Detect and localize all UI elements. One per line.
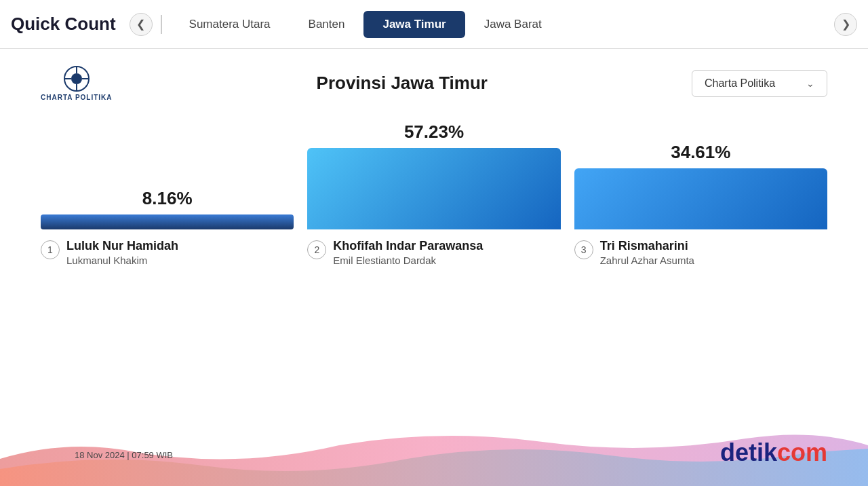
brand-com: com xyxy=(777,438,827,466)
candidate-col-1: 8.16% 1 Luluk Nur Hamidah Lukmanul Khaki… xyxy=(41,188,294,266)
main-content: CHARTA POLITIKA Provinsi Jawa Timur Char… xyxy=(0,49,868,266)
candidate-1-main-name: Luluk Nur Hamidah xyxy=(66,239,178,253)
candidate-3-main-name: Tri Rismaharini xyxy=(600,239,694,253)
tab-jawa-timur[interactable]: Jawa Timur xyxy=(363,11,465,38)
candidate-3-number: 3 xyxy=(574,240,593,259)
chevron-down-icon: ⌄ xyxy=(806,78,814,89)
candidate-2-main-name: Khofifah Indar Parawansa xyxy=(333,239,483,253)
app-title: Quick Count xyxy=(11,14,116,35)
nav-next-button[interactable]: ❯ xyxy=(834,13,857,36)
candidate-2-sub-name: Emil Elestianto Dardak xyxy=(333,255,483,266)
tab-jawa-barat[interactable]: Jawa Barat xyxy=(465,11,561,38)
candidate-col-2: 57.23% 2 Khofifah Indar Parawansa Emil E… xyxy=(307,122,560,266)
candidate-2-number: 2 xyxy=(307,240,326,259)
detikcom-brand: detikcom xyxy=(720,438,827,467)
candidate-1-names: Luluk Nur Hamidah Lukmanul Khakim xyxy=(66,239,178,266)
nav-prev-button[interactable]: ❮ xyxy=(130,13,153,36)
candidate-3-names: Tri Rismaharini Zahrul Azhar Asumta xyxy=(600,239,694,266)
source-label: Charta Politika xyxy=(705,77,775,90)
charta-politika-logo: CHARTA POLITIKA xyxy=(41,65,113,101)
candidate-3-sub-name: Zahrul Azhar Asumta xyxy=(600,255,694,266)
candidate-1-pct: 8.16% xyxy=(142,188,193,209)
header: Quick Count ❮ Sumatera Utara Banten Jawa… xyxy=(0,0,868,49)
tab-banten[interactable]: Banten xyxy=(290,11,364,38)
title-row: CHARTA POLITIKA Provinsi Jawa Timur Char… xyxy=(41,65,827,101)
svg-point-1 xyxy=(71,73,82,84)
candidate-3-info: 3 Tri Rismaharini Zahrul Azhar Asumta xyxy=(574,239,827,266)
candidate-col-3: 34.61% 3 Tri Rismaharini Zahrul Azhar As… xyxy=(574,142,827,266)
chevron-right-icon: ❯ xyxy=(842,18,850,31)
candidate-1-sub-name: Lukmanul Khakim xyxy=(66,255,178,266)
nav-tabs: Sumatera Utara Banten Jawa Timur Jawa Ba… xyxy=(170,11,834,38)
candidate-2-info: 2 Khofifah Indar Parawansa Emil Elestian… xyxy=(307,239,560,266)
province-title: Provinsi Jawa Timur xyxy=(113,73,692,94)
chevron-left-icon: ❮ xyxy=(136,18,145,31)
candidate-3-bar xyxy=(574,168,827,229)
source-dropdown[interactable]: Charta Politika ⌄ xyxy=(692,70,827,97)
candidate-1-bar xyxy=(41,214,294,229)
candidates-area: 8.16% 1 Luluk Nur Hamidah Lukmanul Khaki… xyxy=(41,122,827,266)
footer-timestamp: 18 Nov 2024 | 07:59 WIB xyxy=(75,450,173,460)
footer: 18 Nov 2024 | 07:59 WIB detikcom xyxy=(0,432,868,486)
brand-detik: detik xyxy=(720,438,777,466)
charta-politika-logo-icon xyxy=(63,65,90,92)
candidate-2-pct: 57.23% xyxy=(404,122,464,143)
candidate-3-pct: 34.61% xyxy=(671,142,730,163)
nav-divider xyxy=(161,15,162,34)
candidate-1-number: 1 xyxy=(41,240,60,259)
candidate-2-bar xyxy=(307,148,560,229)
candidate-1-info: 1 Luluk Nur Hamidah Lukmanul Khakim xyxy=(41,239,294,266)
tab-sumatera-utara[interactable]: Sumatera Utara xyxy=(170,11,290,38)
candidate-2-names: Khofifah Indar Parawansa Emil Elestianto… xyxy=(333,239,483,266)
logo-label: CHARTA POLITIKA xyxy=(41,94,113,101)
